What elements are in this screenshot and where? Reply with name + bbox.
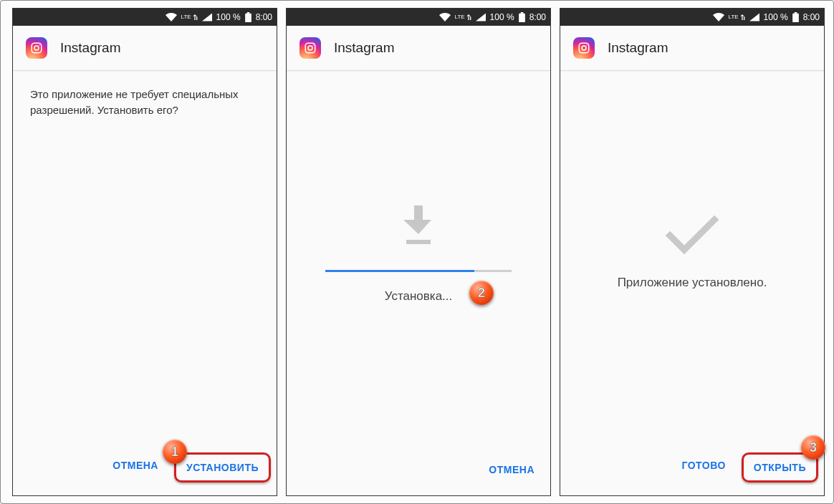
install-progress-bar [325, 270, 512, 272]
phone-panel-3: LTE 100 % 8:00 Instagram [560, 8, 825, 496]
svg-rect-3 [305, 43, 315, 53]
app-title: Instagram [334, 40, 394, 56]
svg-rect-6 [406, 240, 431, 244]
signal-icon [202, 13, 212, 21]
status-bar: LTE 100 % 8:00 [13, 9, 277, 26]
lte-icon: LTE [729, 14, 745, 20]
battery-icon [245, 12, 251, 22]
content-area: Установка... [287, 71, 550, 450]
svg-rect-0 [32, 43, 42, 53]
install-done-label: Приложение установлено. [618, 276, 767, 290]
permission-message: Это приложение не требует специальных ра… [30, 87, 259, 118]
content-area: Приложение установлено. [560, 71, 824, 445]
button-row: ОТМЕНА УСТАНОВИТЬ [13, 445, 277, 495]
instagram-app-icon [573, 37, 595, 59]
tutorial-stage: LTE 100 % 8:00 Instagram Эт [0, 0, 834, 504]
wifi-icon [439, 13, 451, 21]
lte-icon: LTE [181, 14, 198, 20]
svg-point-2 [39, 44, 40, 46]
button-row: ОТМЕНА [287, 450, 550, 495]
signal-icon [749, 13, 759, 21]
svg-rect-7 [579, 43, 589, 53]
install-progress-fill [325, 270, 474, 272]
callout-badge-3: 3 [801, 435, 825, 460]
signal-icon [476, 13, 486, 21]
checkmark-icon [664, 214, 720, 258]
svg-point-5 [312, 44, 314, 46]
svg-point-4 [308, 46, 312, 50]
instagram-app-icon [26, 37, 47, 59]
lte-icon: LTE [455, 14, 471, 20]
install-button[interactable]: УСТАНОВИТЬ [174, 452, 271, 483]
clock-text: 8:00 [256, 12, 272, 22]
wifi-icon [166, 13, 177, 21]
callout-badge-1: 1 [163, 440, 187, 464]
install-progress-label: Установка... [385, 289, 453, 304]
battery-icon [519, 12, 525, 22]
battery-icon [792, 12, 799, 22]
download-icon [399, 204, 438, 250]
phone-panel-2: LTE 100 % 8:00 Instagram [286, 8, 551, 496]
cancel-button[interactable]: ОТМЕНА [479, 457, 545, 483]
svg-point-9 [586, 44, 588, 46]
phone-panel-1: LTE 100 % 8:00 Instagram Эт [12, 8, 277, 496]
callout-badge-2: 2 [469, 281, 494, 305]
content-area: Это приложение не требует специальных ра… [13, 71, 277, 445]
clock-text: 8:00 [803, 12, 820, 22]
cancel-button[interactable]: ОТМЕНА [102, 452, 168, 483]
svg-point-8 [582, 46, 586, 50]
wifi-icon [713, 13, 724, 21]
battery-text: 100 % [216, 12, 241, 22]
clock-text: 8:00 [529, 12, 546, 22]
app-header: Instagram [13, 26, 277, 71]
battery-text: 100 % [490, 12, 514, 22]
done-button[interactable]: ГОТОВО [671, 452, 735, 483]
battery-text: 100 % [764, 12, 788, 22]
app-header: Instagram [560, 26, 824, 71]
status-bar: LTE 100 % 8:00 [560, 9, 824, 26]
instagram-app-icon [299, 37, 321, 59]
app-title: Instagram [60, 40, 120, 56]
svg-point-1 [34, 46, 39, 50]
app-header: Instagram [287, 26, 550, 71]
status-bar: LTE 100 % 8:00 [287, 9, 550, 26]
app-title: Instagram [608, 40, 668, 56]
button-row: ГОТОВО ОТКРЫТЬ [560, 445, 824, 495]
